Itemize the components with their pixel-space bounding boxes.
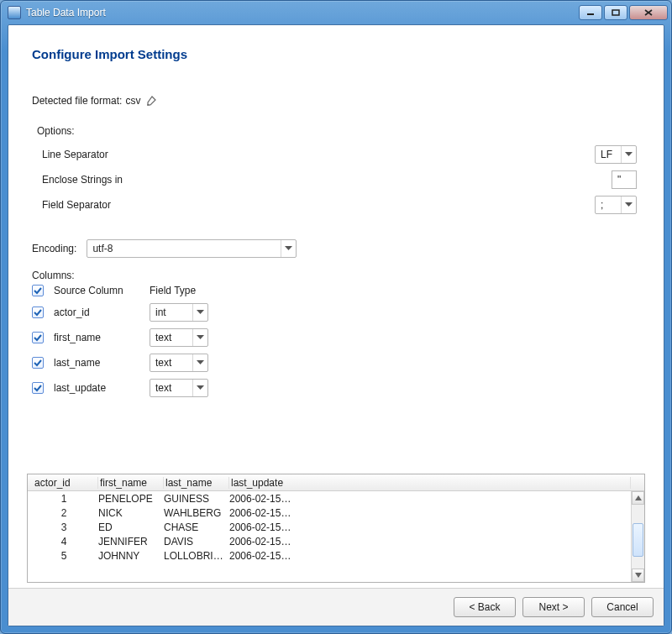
field-separator-select[interactable]: ; xyxy=(595,196,637,214)
columns-header-type: Field Type xyxy=(150,285,217,296)
scroll-up-icon[interactable] xyxy=(632,491,644,505)
columns-grid: Source Column Field Type actor_id int fi… xyxy=(32,285,640,397)
next-button[interactable]: Next > xyxy=(522,597,585,617)
titlebar[interactable]: Table Data Import xyxy=(1,1,671,24)
cell: 2006-02-15… xyxy=(229,550,631,562)
scroll-thumb[interactable] xyxy=(633,523,643,557)
svg-rect-0 xyxy=(587,13,594,15)
line-separator-value: LF xyxy=(601,149,621,160)
page-heading: Configure Import Settings xyxy=(32,47,645,61)
window-title: Table Data Import xyxy=(26,7,579,18)
preview-table: actor_id first_name last_name last_updat… xyxy=(27,474,645,583)
column-source: actor_id xyxy=(54,307,146,318)
close-button[interactable] xyxy=(629,5,668,20)
column-type-value: text xyxy=(155,357,192,369)
detected-value: csv xyxy=(125,95,140,107)
cell: PENELOPE xyxy=(98,493,164,505)
column-checkbox[interactable] xyxy=(32,382,44,394)
column-type-select[interactable]: text xyxy=(150,379,208,397)
cell: 2006-02-15… xyxy=(229,507,631,519)
cell: NICK xyxy=(98,507,164,519)
back-button[interactable]: < Back xyxy=(454,597,516,617)
options-group: Options: Line Separator LF Enclose Strin… xyxy=(32,120,640,224)
content: Configure Import Settings Detected file … xyxy=(8,25,664,588)
preview-header-cell[interactable]: actor_id xyxy=(33,477,98,489)
encoding-row: Encoding: utf-8 xyxy=(32,239,640,258)
cell: JOHNNY xyxy=(98,550,164,562)
cell: 4 xyxy=(33,536,98,548)
cell: 2 xyxy=(33,507,98,519)
enclose-strings-label: Enclose Strings in xyxy=(42,174,252,186)
option-line-separator: Line Separator LF xyxy=(42,142,637,167)
svg-rect-1 xyxy=(612,10,619,15)
cell: LOLLOBRIG… xyxy=(164,550,229,562)
column-type-select[interactable]: int xyxy=(150,303,208,322)
column-source: last_name xyxy=(54,357,146,369)
detected-label: Detected file format: xyxy=(32,95,122,107)
column-source: first_name xyxy=(54,332,146,343)
detected-format: Detected file format: csv xyxy=(32,95,645,107)
chevron-down-icon xyxy=(281,240,296,257)
chevron-down-icon xyxy=(621,146,636,163)
encoding-label: Encoding: xyxy=(32,243,76,254)
window-frame: Table Data Import Configure Import Setti… xyxy=(0,0,672,634)
column-type-value: text xyxy=(155,382,192,394)
cell: 2006-02-15… xyxy=(229,521,631,533)
chevron-down-icon xyxy=(192,380,207,396)
preview-header-row: actor_id first_name last_name last_updat… xyxy=(28,474,644,491)
chevron-down-icon xyxy=(621,196,636,213)
option-enclose-strings: Enclose Strings in " xyxy=(42,167,637,192)
column-checkbox[interactable] xyxy=(32,307,44,318)
table-row[interactable]: 3 ED CHASE 2006-02-15… xyxy=(28,520,644,534)
column-type-select[interactable]: text xyxy=(150,354,208,372)
preview-body: 1 PENELOPE GUINESS 2006-02-15… 2 NICK WA… xyxy=(28,491,644,582)
option-field-separator: Field Separator ; xyxy=(42,192,637,217)
columns-header-source: Source Column xyxy=(54,285,146,296)
table-row[interactable]: 5 JOHNNY LOLLOBRIG… 2006-02-15… xyxy=(28,548,644,563)
column-checkbox[interactable] xyxy=(32,357,44,369)
column-source: last_update xyxy=(54,382,146,394)
columns-master-checkbox[interactable] xyxy=(32,285,44,296)
cell: CHASE xyxy=(164,521,229,533)
app-icon xyxy=(8,6,21,19)
cell: 2006-02-15… xyxy=(229,493,631,505)
table-row[interactable]: 4 JENNIFER DAVIS 2006-02-15… xyxy=(28,534,644,548)
client-area: Configure Import Settings Detected file … xyxy=(8,24,664,626)
preview-scrollbar[interactable] xyxy=(631,491,644,582)
preview-header-cell[interactable]: last_update xyxy=(229,477,631,489)
chevron-down-icon xyxy=(192,354,207,371)
encoding-value: utf-8 xyxy=(92,243,281,254)
enclose-strings-value: " xyxy=(617,174,621,186)
columns-label: Columns: xyxy=(32,270,640,281)
cell: 2006-02-15… xyxy=(229,536,631,548)
scroll-track[interactable] xyxy=(632,505,644,569)
cancel-button[interactable]: Cancel xyxy=(591,597,654,617)
table-row[interactable]: 1 PENELOPE GUINESS 2006-02-15… xyxy=(28,491,644,506)
chevron-down-icon xyxy=(192,304,207,321)
window-controls xyxy=(579,5,668,20)
cell: WAHLBERG xyxy=(164,507,229,519)
scroll-down-icon[interactable] xyxy=(632,569,644,582)
preview-header-cell[interactable]: last_name xyxy=(164,477,229,489)
column-type-value: text xyxy=(155,332,192,343)
configure-format-icon[interactable] xyxy=(145,95,157,107)
cell: ED xyxy=(98,521,164,533)
wizard-footer: < Back Next > Cancel xyxy=(8,588,664,626)
column-type-value: int xyxy=(155,307,192,318)
cell: DAVIS xyxy=(164,536,229,548)
preview-header-cell[interactable]: first_name xyxy=(98,477,164,489)
column-type-select[interactable]: text xyxy=(150,328,208,347)
minimize-button[interactable] xyxy=(579,5,602,20)
cell: JENNIFER xyxy=(98,536,164,548)
columns-group: Columns: Source Column Field Type actor_… xyxy=(32,270,640,397)
column-checkbox[interactable] xyxy=(32,332,44,343)
cell: 3 xyxy=(33,521,98,533)
encoding-select[interactable]: utf-8 xyxy=(87,239,297,258)
maximize-button[interactable] xyxy=(604,5,627,20)
cell: 1 xyxy=(33,493,98,505)
line-separator-select[interactable]: LF xyxy=(595,145,637,164)
cell: GUINESS xyxy=(164,493,229,505)
field-separator-label: Field Separator xyxy=(42,199,252,211)
table-row[interactable]: 2 NICK WAHLBERG 2006-02-15… xyxy=(28,506,644,520)
enclose-strings-input[interactable]: " xyxy=(612,170,637,189)
